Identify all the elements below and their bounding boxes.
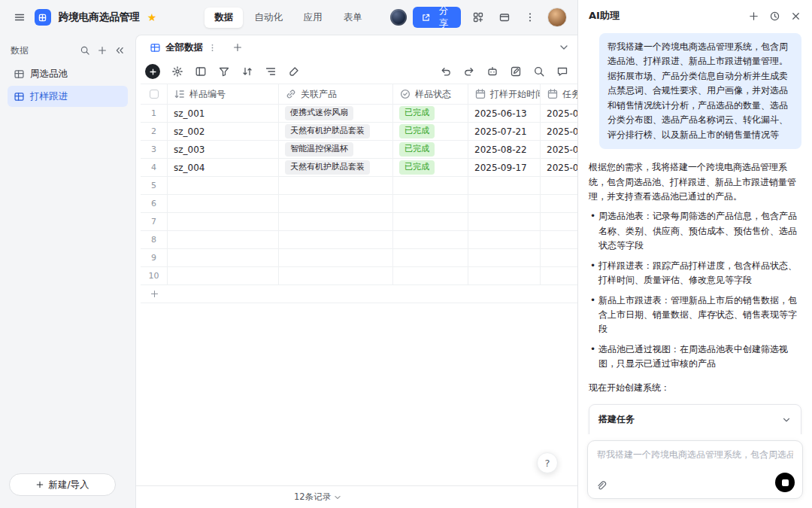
cell-product[interactable] <box>279 213 393 230</box>
status-tag[interactable]: 已完成 <box>399 142 435 156</box>
cell-sample-id[interactable] <box>168 195 279 212</box>
add-record-button[interactable] <box>145 64 160 79</box>
cell-product[interactable] <box>279 249 393 266</box>
tab-automation[interactable]: 自动化 <box>244 8 292 28</box>
sidebar-item-weekly-pool[interactable]: 周选品池 <box>8 63 128 84</box>
row-number[interactable]: 3 <box>141 141 168 158</box>
chevron-down-icon[interactable] <box>558 41 570 53</box>
settings-icon[interactable] <box>171 65 183 78</box>
cell-task[interactable]: 2025-0 <box>541 105 577 122</box>
cell-sample-id[interactable] <box>168 231 279 248</box>
cell-sample-id[interactable] <box>168 213 279 230</box>
sort-icon[interactable] <box>241 65 253 78</box>
status-tag[interactable]: 已完成 <box>399 160 435 174</box>
tab-forms[interactable]: 表单 <box>334 8 372 28</box>
cell-task[interactable]: 2025-0 <box>541 141 577 158</box>
status-tag[interactable]: 已完成 <box>399 106 435 120</box>
cell-task[interactable]: 2025-0 <box>541 159 577 176</box>
cell-product[interactable]: 便携式迷你风扇 <box>279 105 393 122</box>
select-all-checkbox[interactable] <box>150 90 159 99</box>
table-row[interactable]: 9 <box>141 249 577 267</box>
status-tag[interactable]: 已完成 <box>399 124 435 138</box>
product-tag[interactable]: 天然有机护肤品套装 <box>285 160 370 174</box>
cell-start-date[interactable]: 2025-06-13 <box>468 105 541 122</box>
cell-start-date[interactable] <box>468 249 541 266</box>
view-tab-all-data[interactable]: 全部数据 <box>144 38 223 57</box>
row-number[interactable]: 1 <box>141 105 168 122</box>
column-header[interactable]: 关联产品 <box>279 84 393 104</box>
row-number[interactable]: 9 <box>141 249 168 266</box>
cell-task[interactable] <box>541 267 577 284</box>
assistant-orb-icon[interactable] <box>390 9 407 26</box>
cell-task[interactable] <box>541 231 577 248</box>
table-row[interactable]: 5 <box>141 177 577 195</box>
column-header[interactable]: 打样开始时间 <box>468 84 541 104</box>
cell-sample-id[interactable]: sz_003 <box>168 141 279 158</box>
attachment-icon[interactable] <box>595 480 607 491</box>
cell-start-date[interactable] <box>468 267 541 284</box>
group-icon[interactable] <box>265 65 277 78</box>
table-row[interactable]: 6 <box>141 195 577 213</box>
table-row[interactable]: 4sz_004天然有机护肤品套装已完成2025-09-172025-0 <box>141 159 577 177</box>
cell-product[interactable]: 天然有机护肤品套装 <box>279 123 393 140</box>
row-number[interactable]: 8 <box>141 231 168 248</box>
column-header[interactable]: 样品编号 <box>168 84 279 104</box>
cell-product[interactable] <box>279 195 393 212</box>
cell-status[interactable] <box>393 267 468 284</box>
undo-icon[interactable] <box>440 65 452 78</box>
cell-task[interactable] <box>541 213 577 230</box>
cell-start-date[interactable]: 2025-09-17 <box>468 159 541 176</box>
row-number[interactable]: 10 <box>141 267 168 284</box>
add-view-button[interactable] <box>232 42 243 53</box>
product-tag[interactable]: 天然有机护肤品套装 <box>285 124 370 138</box>
share-button[interactable]: 分享 <box>413 7 461 28</box>
cell-status[interactable] <box>393 249 468 266</box>
collapse-sidebar-icon[interactable] <box>114 45 125 56</box>
bot-icon[interactable] <box>486 65 498 78</box>
redo-icon[interactable] <box>463 65 475 78</box>
cell-status[interactable]: 已完成 <box>393 159 468 176</box>
row-number[interactable]: 5 <box>141 177 168 194</box>
history-icon[interactable] <box>769 11 780 22</box>
tab-data[interactable]: 数据 <box>205 8 243 28</box>
product-tag[interactable]: 便携式迷你风扇 <box>285 106 353 120</box>
cell-status[interactable] <box>393 177 468 194</box>
filter-icon[interactable] <box>218 65 230 78</box>
close-icon[interactable] <box>790 11 801 22</box>
row-number[interactable]: 4 <box>141 159 168 176</box>
cell-status[interactable] <box>393 231 468 248</box>
cell-start-date[interactable] <box>468 195 541 212</box>
menu-icon[interactable] <box>11 8 29 26</box>
add-row-button[interactable] <box>141 285 577 303</box>
row-number[interactable]: 2 <box>141 123 168 140</box>
cell-product[interactable]: 智能温控保温杯 <box>279 141 393 158</box>
ai-input[interactable]: 帮我搭建一个跨境电商选品管理系统，包含周选品... <box>587 440 803 499</box>
table-row[interactable]: 8 <box>141 231 577 249</box>
table-row[interactable]: 10 <box>141 267 577 285</box>
table-row[interactable]: 1sz_001便携式迷你风扇已完成2025-06-132025-0 <box>141 105 577 123</box>
column-header[interactable]: 任务 <box>541 84 577 104</box>
table-row[interactable]: 7 <box>141 213 577 231</box>
stop-button[interactable] <box>775 473 795 492</box>
cell-status[interactable]: 已完成 <box>393 105 468 122</box>
cell-product[interactable] <box>279 267 393 284</box>
record-count[interactable]: 12条记录 <box>294 491 331 503</box>
cell-product[interactable] <box>279 231 393 248</box>
cell-task[interactable]: 2025-0 <box>541 123 577 140</box>
window-icon[interactable] <box>495 8 514 26</box>
cell-sample-id[interactable]: sz_002 <box>168 123 279 140</box>
cell-status[interactable]: 已完成 <box>393 141 468 158</box>
cell-task[interactable] <box>541 177 577 194</box>
cell-sample-id[interactable]: sz_001 <box>168 105 279 122</box>
row-number[interactable]: 6 <box>141 195 168 212</box>
cell-status[interactable]: 已完成 <box>393 123 468 140</box>
comment-icon[interactable] <box>556 65 568 78</box>
cell-sample-id[interactable] <box>168 249 279 266</box>
cell-sample-id[interactable] <box>168 177 279 194</box>
cell-task[interactable] <box>541 195 577 212</box>
cell-start-date[interactable]: 2025-07-21 <box>468 123 541 140</box>
tab-apps[interactable]: 应用 <box>294 8 332 28</box>
sidebar-item-sampling[interactable]: 打样跟进 <box>8 86 128 107</box>
search-icon[interactable] <box>80 45 90 56</box>
view-more-icon[interactable] <box>208 43 217 53</box>
